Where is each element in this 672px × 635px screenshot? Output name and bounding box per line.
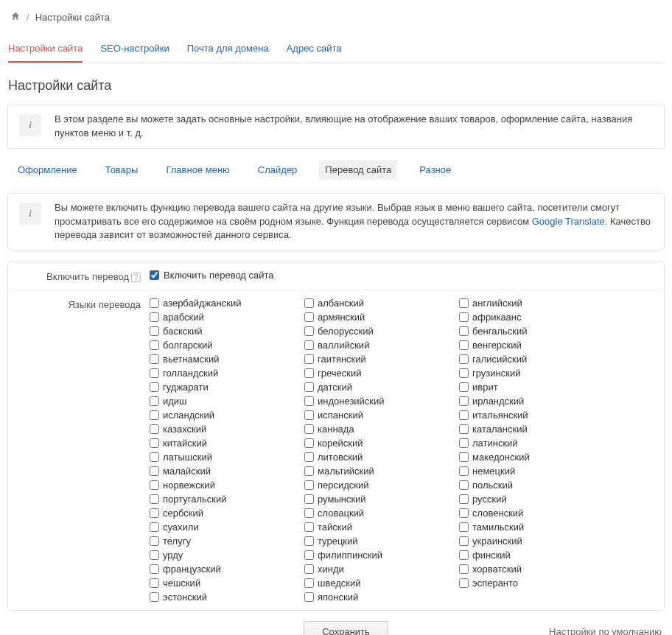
- language-checkbox[interactable]: [150, 312, 159, 322]
- language-checkbox[interactable]: [459, 396, 469, 406]
- language-checkbox[interactable]: [459, 508, 469, 518]
- main-tab-0[interactable]: Настройки сайта: [8, 38, 83, 63]
- language-checkbox[interactable]: [459, 368, 469, 378]
- save-button[interactable]: Сохранить: [304, 621, 388, 635]
- language-checkbox[interactable]: [304, 396, 314, 406]
- language-item[interactable]: македонский: [459, 452, 606, 463]
- language-checkbox[interactable]: [304, 536, 314, 546]
- sub-tab-4[interactable]: Перевод сайта: [319, 160, 397, 180]
- language-item[interactable]: гуджарати: [150, 382, 297, 393]
- language-checkbox[interactable]: [459, 298, 469, 308]
- language-item[interactable]: эсперанто: [459, 578, 606, 589]
- language-item[interactable]: албанский: [304, 298, 452, 309]
- language-item[interactable]: персидский: [304, 480, 452, 491]
- language-checkbox[interactable]: [459, 522, 469, 532]
- language-checkbox[interactable]: [459, 340, 469, 350]
- language-item[interactable]: словацкий: [304, 508, 452, 519]
- sub-tab-5[interactable]: Разное: [413, 160, 457, 180]
- language-item[interactable]: тамильский: [459, 522, 606, 533]
- language-checkbox[interactable]: [459, 550, 469, 560]
- language-item[interactable]: испанский: [304, 410, 452, 421]
- language-item[interactable]: идиш: [150, 396, 297, 407]
- language-item[interactable]: немецкий: [459, 466, 606, 477]
- language-checkbox[interactable]: [150, 466, 159, 476]
- language-item[interactable]: исландский: [150, 410, 297, 421]
- language-checkbox[interactable]: [304, 592, 314, 602]
- main-tab-2[interactable]: Почта для домена: [187, 38, 269, 63]
- language-item[interactable]: хинди: [304, 564, 452, 575]
- language-checkbox[interactable]: [459, 438, 469, 448]
- language-checkbox[interactable]: [304, 564, 314, 574]
- language-item[interactable]: индонезийский: [304, 396, 452, 407]
- language-checkbox[interactable]: [459, 382, 469, 392]
- language-checkbox[interactable]: [304, 466, 314, 476]
- language-item[interactable]: армянский: [304, 312, 452, 323]
- language-checkbox[interactable]: [150, 410, 159, 420]
- language-checkbox[interactable]: [304, 382, 314, 392]
- language-checkbox[interactable]: [459, 424, 469, 434]
- language-item[interactable]: финский: [459, 550, 606, 561]
- language-checkbox[interactable]: [459, 480, 469, 490]
- language-item[interactable]: корейский: [304, 438, 452, 449]
- language-checkbox[interactable]: [304, 340, 314, 350]
- language-item[interactable]: итальянский: [459, 410, 606, 421]
- language-item[interactable]: бенгальский: [459, 326, 606, 337]
- sub-tab-3[interactable]: Слайдер: [252, 160, 304, 180]
- defaults-link[interactable]: Настройки по умолчанию: [549, 626, 662, 635]
- language-checkbox[interactable]: [304, 578, 314, 588]
- language-item[interactable]: урду: [150, 550, 297, 561]
- sub-tab-0[interactable]: Оформление: [12, 160, 83, 180]
- language-checkbox[interactable]: [304, 312, 314, 322]
- language-item[interactable]: баскский: [150, 326, 297, 337]
- language-checkbox[interactable]: [304, 550, 314, 560]
- language-checkbox[interactable]: [459, 326, 469, 336]
- language-checkbox[interactable]: [459, 564, 469, 574]
- language-checkbox[interactable]: [150, 578, 159, 588]
- language-checkbox[interactable]: [304, 480, 314, 490]
- language-item[interactable]: словенский: [459, 508, 606, 519]
- language-checkbox[interactable]: [459, 536, 469, 546]
- language-item[interactable]: румынский: [304, 494, 452, 505]
- language-checkbox[interactable]: [304, 298, 314, 308]
- language-checkbox[interactable]: [304, 438, 314, 448]
- language-item[interactable]: венгерский: [459, 340, 606, 351]
- sub-tab-1[interactable]: Товары: [99, 160, 144, 180]
- language-item[interactable]: японский: [304, 592, 452, 603]
- language-item[interactable]: литовский: [304, 452, 452, 463]
- language-item[interactable]: чешский: [150, 578, 297, 589]
- language-checkbox[interactable]: [150, 396, 159, 406]
- language-item[interactable]: хорватский: [459, 564, 606, 575]
- language-checkbox[interactable]: [304, 522, 314, 532]
- language-item[interactable]: телугу: [150, 536, 297, 547]
- language-item[interactable]: датский: [304, 382, 452, 393]
- language-checkbox[interactable]: [304, 410, 314, 420]
- language-item[interactable]: латинский: [459, 438, 606, 449]
- language-checkbox[interactable]: [150, 564, 159, 574]
- language-checkbox[interactable]: [459, 410, 469, 420]
- language-item[interactable]: тайский: [304, 522, 452, 533]
- language-item[interactable]: греческий: [304, 368, 452, 379]
- enable-translate-checkbox-wrap[interactable]: Включить перевод сайта: [150, 270, 655, 281]
- home-icon[interactable]: [10, 11, 21, 24]
- language-item[interactable]: шведский: [304, 578, 452, 589]
- language-item[interactable]: каталанский: [459, 424, 606, 435]
- language-item[interactable]: грузинский: [459, 368, 606, 379]
- language-checkbox[interactable]: [150, 354, 159, 364]
- language-checkbox[interactable]: [150, 438, 159, 448]
- language-item[interactable]: мальтийский: [304, 466, 452, 477]
- enable-translate-checkbox[interactable]: [150, 270, 159, 280]
- language-item[interactable]: гаитянский: [304, 354, 452, 365]
- language-checkbox[interactable]: [150, 494, 159, 504]
- language-item[interactable]: арабский: [150, 312, 297, 323]
- language-item[interactable]: белорусский: [304, 326, 452, 337]
- language-checkbox[interactable]: [304, 494, 314, 504]
- language-item[interactable]: сербский: [150, 508, 297, 519]
- language-checkbox[interactable]: [459, 466, 469, 476]
- language-checkbox[interactable]: [459, 312, 469, 322]
- language-item[interactable]: польский: [459, 480, 606, 491]
- language-item[interactable]: голландский: [150, 368, 297, 379]
- language-checkbox[interactable]: [304, 368, 314, 378]
- language-checkbox[interactable]: [150, 424, 159, 434]
- language-checkbox[interactable]: [150, 382, 159, 392]
- language-item[interactable]: китайский: [150, 438, 297, 449]
